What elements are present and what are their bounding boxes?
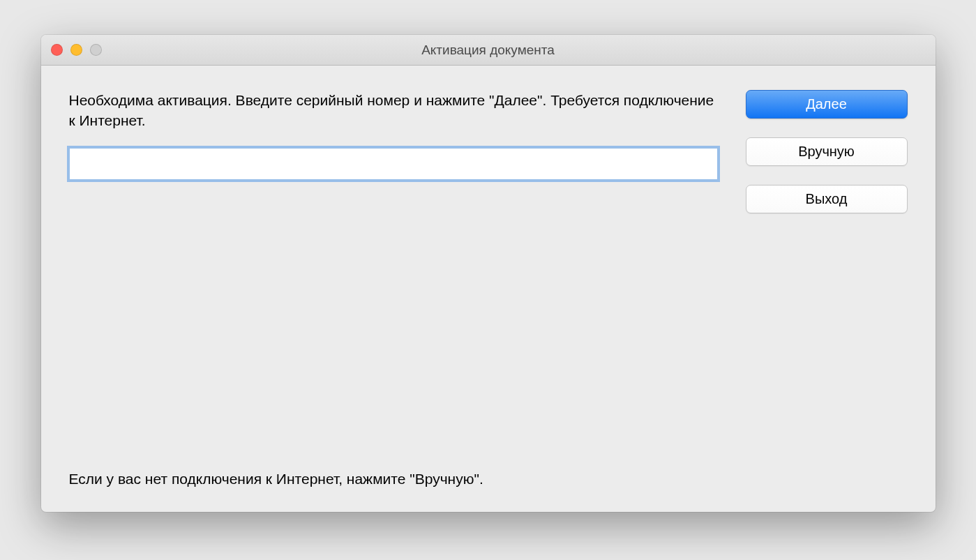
close-icon[interactable]: [51, 44, 63, 56]
main-column: Необходима активация. Введите серийный н…: [69, 90, 718, 487]
dialog-content: Необходима активация. Введите серийный н…: [41, 66, 936, 512]
window-title: Активация документа: [41, 43, 936, 58]
activation-dialog: Активация документа Необходима активация…: [41, 35, 936, 512]
button-column: Далее Вручную Выход: [746, 90, 908, 487]
window-titlebar: Активация документа: [41, 35, 936, 66]
minimize-icon[interactable]: [70, 44, 82, 56]
traffic-lights: [41, 44, 102, 56]
maximize-icon: [90, 44, 102, 56]
manual-button[interactable]: Вручную: [746, 137, 908, 166]
serial-number-input[interactable]: [69, 148, 718, 180]
next-button[interactable]: Далее: [746, 90, 908, 119]
footer-text: Если у вас нет подключения к Интернет, н…: [69, 471, 718, 487]
instructions-text: Необходима активация. Введите серийный н…: [69, 90, 718, 131]
exit-button[interactable]: Выход: [746, 185, 908, 213]
